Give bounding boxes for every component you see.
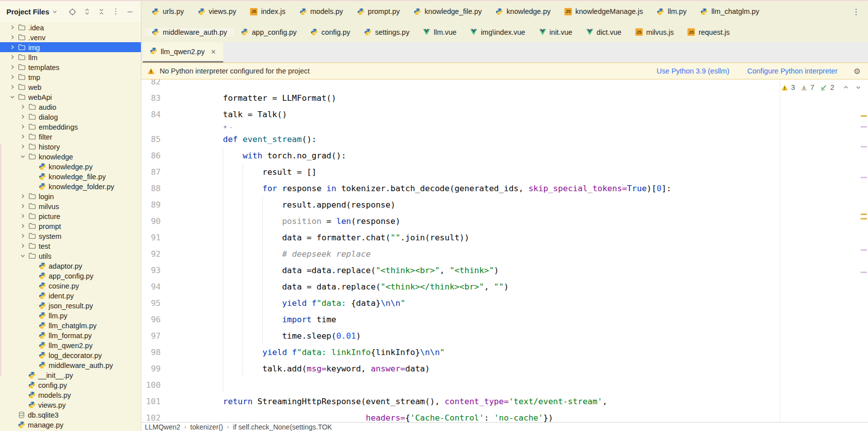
code-line-89[interactable]: 89 result.append(response): [141, 197, 868, 213]
chevron-right-icon[interactable]: [20, 233, 26, 239]
tab-knowledge_file.py[interactable]: knowledge_file.py: [407, 7, 489, 15]
chevron-right-icon[interactable]: [20, 193, 26, 199]
tree-item-.idea[interactable]: .idea: [0, 22, 141, 32]
code-line-84[interactable]: 84 talk = Talk(): [141, 106, 868, 123]
tree-item-db.sqlite3[interactable]: db.sqlite3: [0, 410, 141, 420]
tree-item-templates[interactable]: templates: [0, 62, 141, 72]
tab-milvus.js[interactable]: JSmilvus.js: [628, 28, 681, 36]
stripe-mark[interactable]: [861, 214, 867, 215]
chevron-right-icon[interactable]: [20, 124, 26, 130]
tab-llm_qwen2.py[interactable]: llm_qwen2.py ✕: [143, 42, 223, 63]
chevron-right-icon[interactable]: [9, 64, 15, 70]
tree-item-llm[interactable]: llm: [0, 52, 141, 62]
code-line-98[interactable]: 98 yield f"data: linkInfo{linkInfo}\n\n": [141, 344, 868, 360]
code-line-82[interactable]: 82: [141, 79, 868, 90]
stripe-mark[interactable]: [861, 115, 867, 117]
tree-item-.venv[interactable]: .venv: [0, 32, 141, 42]
tree-item-filter[interactable]: filter: [0, 132, 141, 142]
tree-item-manage.py[interactable]: manage.py: [0, 420, 141, 430]
line-number[interactable]: 85: [141, 135, 176, 144]
chevron-right-icon[interactable]: [9, 44, 15, 50]
tree-item-knowledge[interactable]: knowledge: [0, 151, 141, 161]
code-line-97[interactable]: 97 time.sleep(0.01): [141, 328, 868, 344]
code-line-101[interactable]: 101 return StreamingHttpResponse(event_s…: [141, 393, 868, 410]
chevron-right-icon[interactable]: [9, 54, 15, 60]
line-number[interactable]: 97: [141, 331, 176, 341]
chevron-right-icon[interactable]: [20, 104, 26, 110]
tree-item-login[interactable]: login: [0, 191, 141, 201]
chevron-down-icon[interactable]: [9, 94, 15, 100]
breadcrumb-item[interactable]: if self.check_None(settings.TOK: [233, 423, 332, 431]
use-python-link[interactable]: Use Python 3.9 (esllm): [657, 67, 730, 75]
chevron-right-icon[interactable]: [20, 243, 26, 249]
stripe-mark[interactable]: [861, 146, 867, 147]
tab-list-more-icon[interactable]: ⋮: [852, 7, 860, 16]
line-number[interactable]: 100: [141, 380, 176, 390]
gear-icon[interactable]: ⚙: [854, 67, 861, 76]
line-number[interactable]: 86: [141, 151, 176, 160]
tree-item-tmp[interactable]: tmp: [0, 72, 141, 82]
tree-item-utils[interactable]: utils: [0, 251, 141, 261]
tree-item-dialog[interactable]: dialog: [0, 112, 141, 122]
chevron-down-icon[interactable]: [20, 253, 26, 259]
breadcrumb-item[interactable]: tokenizer(): [190, 423, 223, 431]
hide-panel-icon[interactable]: [126, 8, 133, 15]
chevron-down-icon[interactable]: [52, 9, 58, 14]
code-line-85[interactable]: 85 def event_stream():: [141, 131, 868, 147]
line-number[interactable]: 94: [141, 282, 176, 291]
tree-item-app_config.py[interactable]: app_config.py: [0, 271, 141, 281]
chevron-right-icon[interactable]: [9, 84, 15, 90]
tree-item-middleware_auth.py[interactable]: middleware_auth.py: [0, 360, 141, 370]
code-line-94[interactable]: 94 data = data.replace("<think></think><…: [141, 279, 868, 295]
next-problem-icon[interactable]: [855, 84, 862, 90]
tab-img\index.vue[interactable]: img\index.vue: [463, 28, 532, 36]
ai-assistant-hint[interactable]: ✦⌄: [141, 123, 868, 131]
tree-item-milvus[interactable]: milvus: [0, 201, 141, 211]
previous-problem-icon[interactable]: [843, 84, 849, 90]
tree-item-models.py[interactable]: models.py: [0, 390, 141, 400]
chevron-right-icon[interactable]: [20, 213, 26, 219]
tab-prompt.py[interactable]: prompt.py: [350, 7, 407, 15]
chevron-right-icon[interactable]: [20, 114, 26, 120]
tab-knowledge.py[interactable]: knowledge.py: [489, 7, 558, 15]
code-line-96[interactable]: 96 import time: [141, 311, 868, 328]
tree-item-cosine.py[interactable]: cosine.py: [0, 281, 141, 290]
tree-item-picture[interactable]: picture: [0, 211, 141, 221]
code-line-91[interactable]: 91 data = formatter.chat("".join(result)…: [141, 229, 868, 246]
stripe-mark[interactable]: [861, 218, 867, 219]
code-line-92[interactable]: 92 # deepseek replace: [141, 246, 868, 262]
code-line-100[interactable]: 100: [141, 377, 868, 393]
expand-all-icon[interactable]: [83, 8, 91, 15]
tree-item-knowledge_file.py[interactable]: knowledge_file.py: [0, 171, 141, 181]
tree-item-log_decorator.py[interactable]: log_decorator.py: [0, 350, 141, 360]
tree-item-json_result.py[interactable]: json_result.py: [0, 300, 141, 310]
tab-app_config.py[interactable]: app_config.py: [234, 28, 304, 36]
editor[interactable]: 8283 formatter = LLMFormat()84 talk = Ta…: [141, 79, 868, 422]
tree-item-test[interactable]: test: [0, 241, 141, 251]
code-line-90[interactable]: 90 position = len(response): [141, 213, 868, 229]
tree-item-llm_chatglm.py[interactable]: llm_chatglm.py: [0, 320, 141, 330]
tree-item-img[interactable]: img: [0, 42, 141, 52]
code-line-102[interactable]: 102 headers={'Cache-Control': 'no-cache'…: [141, 410, 868, 422]
tree-item-__init__.py[interactable]: __init__.py: [0, 370, 141, 380]
line-number[interactable]: 96: [141, 315, 176, 324]
collapse-all-icon[interactable]: [98, 8, 105, 15]
line-number[interactable]: 98: [141, 348, 176, 357]
tree-item-adaptor.py[interactable]: adaptor.py: [0, 261, 141, 271]
line-number[interactable]: 93: [141, 266, 176, 275]
tab-urls.py[interactable]: urls.py: [145, 7, 191, 15]
code-line-93[interactable]: 93 data =data.replace("<think><br>", "<t…: [141, 262, 868, 279]
panel-options-icon[interactable]: ⋮: [112, 8, 120, 15]
line-number[interactable]: 90: [141, 216, 176, 226]
code-line-87[interactable]: 87 result = []: [141, 164, 868, 180]
tree-item-audio[interactable]: audio: [0, 102, 141, 112]
chevron-right-icon[interactable]: [9, 74, 15, 80]
line-number[interactable]: 83: [141, 93, 176, 103]
code-line-86[interactable]: 86 with torch.no_grad():: [141, 147, 868, 164]
tab-llm_chatglm.py[interactable]: llm_chatglm.py: [693, 7, 766, 15]
line-number[interactable]: 95: [141, 298, 176, 308]
tab-llm.vue[interactable]: llm.vue: [416, 28, 463, 36]
tree-item-ident.py[interactable]: ident.py: [0, 290, 141, 300]
tree-item-llm_format.py[interactable]: llm_format.py: [0, 330, 141, 340]
code-line-88[interactable]: 88 for response in tokenizer.batch_decod…: [141, 180, 868, 197]
